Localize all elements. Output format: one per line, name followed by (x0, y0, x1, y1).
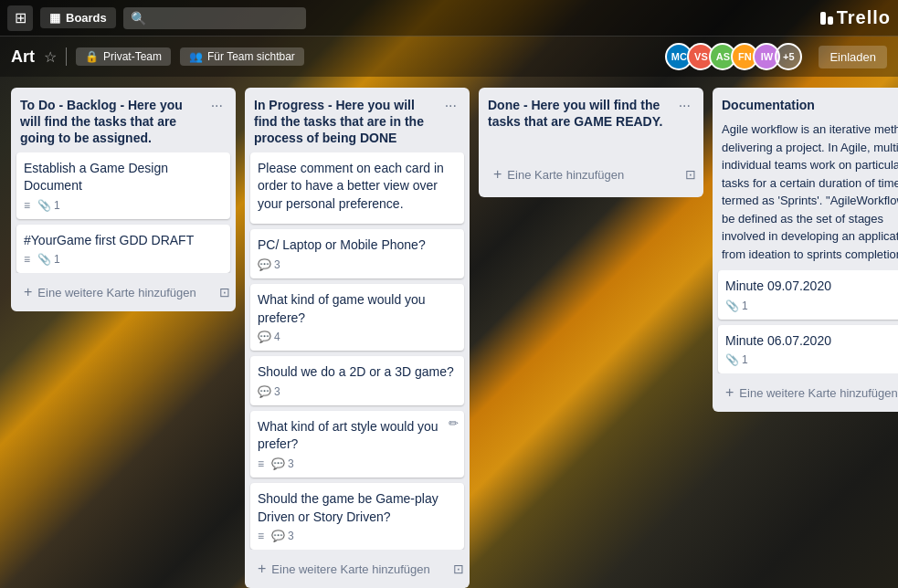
comment-icon: 💬 (258, 258, 271, 271)
comment-icon: 💬 (258, 331, 271, 343)
paperclip-icon: 📎 (37, 199, 51, 212)
card-title: Minute 09.07.2020 (725, 278, 898, 296)
column-doc-title: Documentation (722, 97, 898, 113)
card-comment: 💬 4 (258, 331, 280, 343)
card-meta: 💬 4 (258, 331, 457, 343)
archive-icon[interactable]: ⊡ (453, 562, 464, 576)
plus-icon: + (24, 284, 32, 300)
column-todo-footer: + Eine weitere Karte hinzufügen ⊡ (11, 273, 236, 311)
column-todo-cards: Establish a Game Design Document ≡ 📎 1 #… (11, 152, 236, 274)
card-gameplay-story[interactable]: Should the game be Game-play Driven or S… (250, 483, 464, 550)
card-comment-instruction[interactable]: Please comment on each card in order to … (250, 152, 464, 225)
edit-icon[interactable]: ✏ (449, 416, 459, 430)
column-doc-cards: Minute 09.07.2020 📎 1 Minute 06.07.2020 … (713, 270, 898, 373)
card-title: Should we do a 2D or a 3D game? (258, 363, 457, 382)
card-minute-july6[interactable]: Minute 06.07.2020 📎 1 (718, 325, 898, 374)
card-meta: ≡ 💬 3 (258, 530, 457, 542)
people-icon: 👥 (189, 50, 203, 63)
column-doc-footer: + Eine weitere Karte hinzufügen ⊡ (713, 373, 898, 412)
card-title: What kind of art style would you prefer? (258, 418, 457, 454)
column-inprogress-menu[interactable]: ··· (441, 97, 460, 115)
board-header: Art ☆ 🔒 Privat-Team 👥 Für Team sichtbar … (0, 37, 898, 77)
card-meta: ≡ 📎 1 (24, 199, 223, 212)
topbar: ⊞ ▦ Boards 🔍 Trello (0, 0, 898, 37)
card-attachment: 📎 1 (37, 199, 60, 212)
card-meta: 📎 1 (725, 353, 898, 366)
public-badge[interactable]: 👥 Für Team sichtbar (180, 47, 304, 66)
board-title: Art (11, 47, 35, 67)
column-inprogress-title: In Progress - Here you will find the tas… (254, 97, 438, 147)
card-title: Minute 06.07.2020 (725, 332, 898, 351)
card-pc-laptop[interactable]: PC/ Laptop or Mobile Phone? 💬 3 (250, 229, 464, 278)
column-done-menu[interactable]: ··· (675, 97, 694, 115)
card-title: #YourGame first GDD DRAFT (24, 232, 223, 250)
card-checklist: ≡ (258, 530, 264, 542)
plus-icon: + (258, 561, 266, 577)
card-gdd-draft[interactable]: #YourGame first GDD DRAFT ≡ 📎 1 (16, 225, 230, 274)
archive-icon[interactable]: ⊡ (219, 285, 230, 299)
column-doc-header: Documentation ··· (713, 88, 898, 121)
card-checklist-icon: ≡ (24, 253, 30, 266)
card-attachment: 📎 1 (37, 253, 60, 266)
public-label: Für Team sichtbar (207, 50, 295, 63)
add-card-button-done[interactable]: + Eine Karte hinzufügen (486, 161, 685, 188)
add-card-button-inprogress[interactable]: + Eine weitere Karte hinzufügen (250, 555, 453, 583)
archive-icon[interactable]: ⊡ (685, 167, 696, 182)
column-todo-menu[interactable]: ··· (207, 97, 227, 115)
comment-count: 3 (274, 385, 280, 398)
column-done-header: Done - Here you will find the tasks that… (479, 88, 703, 135)
boards-grid-icon: ▦ (49, 11, 60, 25)
comment-count: 3 (274, 258, 280, 271)
card-comment: 💬 3 (271, 457, 294, 470)
add-card-button-todo[interactable]: + Eine weitere Karte hinzufügen (16, 278, 219, 306)
home-button[interactable]: ⊞ (7, 5, 33, 31)
card-title: Should the game be Game-play Driven or S… (258, 490, 457, 526)
card-checklist: ≡ (258, 457, 264, 470)
card-title: Please comment on each card in order to … (258, 160, 457, 214)
card-attachment: 📎 1 (725, 299, 748, 312)
column-inprogress-footer: + Eine weitere Karte hinzufügen ⊡ (245, 550, 470, 588)
paperclip-icon: 📎 (37, 253, 51, 266)
column-inprogress-cards: Please comment on each card in order to … (245, 152, 470, 550)
column-todo: To Do - Backlog - Here you will find the… (11, 88, 236, 311)
boards-label: Boards (66, 11, 107, 25)
divider (66, 47, 67, 66)
private-team-badge[interactable]: 🔒 Privat-Team (76, 47, 171, 66)
attachment-count: 1 (742, 353, 748, 366)
lock-icon: 🔒 (85, 50, 99, 63)
card-comment: 💬 3 (271, 530, 294, 542)
card-title: What kind of game would you prefere? (258, 291, 457, 327)
avatar-more[interactable]: +5 (775, 43, 802, 70)
card-meta: 💬 3 (258, 385, 457, 398)
card-title: PC/ Laptop or Mobile Phone? (258, 236, 457, 255)
card-2d-3d[interactable]: Should we do a 2D or a 3D game? 💬 3 (250, 356, 464, 405)
add-card-button-doc[interactable]: + Eine weitere Karte hinzufügen (718, 379, 898, 406)
card-game-kind[interactable]: What kind of game would you prefere? 💬 4 (250, 284, 464, 351)
column-inprogress: In Progress - Here you will find the tas… (245, 88, 470, 588)
search-input[interactable] (152, 11, 298, 25)
attachment-count: 1 (742, 299, 748, 312)
board-area: To Do - Backlog - Here you will find the… (0, 77, 898, 588)
card-minute-july9[interactable]: Minute 09.07.2020 📎 1 (718, 270, 898, 320)
card-game-design-doc[interactable]: Establish a Game Design Document ≡ 📎 1 (16, 152, 230, 219)
comment-icon: 💬 (258, 385, 271, 398)
logo-rect-right (828, 16, 833, 25)
card-checklist-icon: ≡ (24, 199, 30, 212)
attachment-count: 1 (54, 199, 60, 212)
logo-text: Trello (837, 7, 891, 28)
invite-button[interactable]: Einladen (819, 46, 887, 68)
search-bar[interactable]: 🔍 (123, 7, 306, 29)
star-icon[interactable]: ☆ (44, 48, 57, 66)
card-attachment: 📎 1 (725, 353, 748, 366)
comment-count: 3 (288, 530, 294, 542)
search-icon: 🔍 (131, 11, 146, 26)
card-meta: ≡ 💬 3 (258, 457, 457, 470)
private-team-label: Privat-Team (103, 50, 162, 63)
add-card-label: Eine Karte hinzufügen (507, 168, 624, 182)
boards-button[interactable]: ▦ Boards (40, 7, 116, 28)
trello-logo-icon (820, 12, 833, 25)
comment-icon: 💬 (271, 530, 285, 542)
comment-icon: 💬 (271, 457, 285, 470)
paperclip-icon: 📎 (725, 299, 739, 312)
card-art-style[interactable]: What kind of art style would you prefer?… (250, 411, 464, 478)
